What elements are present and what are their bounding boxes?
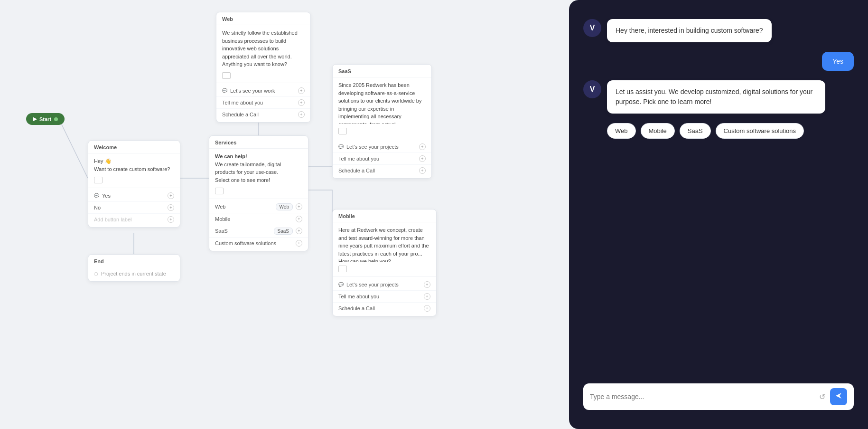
services-option-custom[interactable]: Custom software solutions + <box>209 238 308 249</box>
web-work-label: Let's see your work <box>230 88 275 94</box>
saas-option-projects[interactable]: 💬 Let's see your projects + <box>333 141 431 153</box>
web-call-add[interactable]: + <box>298 111 305 118</box>
services-saas-label: SaaS <box>215 228 228 234</box>
chat-messages: V Hey there, interested in building cust… <box>583 19 854 374</box>
mobile-call-add[interactable]: + <box>424 305 430 312</box>
services-option-saas[interactable]: SaaS SaaS + <box>209 225 308 238</box>
chat-text-1: Hey there, interested in building custom… <box>616 27 763 34</box>
saas-projects-add[interactable]: + <box>419 143 426 150</box>
end-title: End <box>88 255 180 267</box>
welcome-option-add[interactable]: Add button label + <box>88 214 180 225</box>
welcome-title: Welcome <box>88 141 180 153</box>
option-add-btn[interactable]: + <box>168 216 174 223</box>
services-mobile-add[interactable]: + <box>296 216 302 222</box>
saas-call-add[interactable]: + <box>419 167 426 174</box>
saas-body: Since 2005 Redwerk has been developing s… <box>333 77 431 139</box>
services-custom-add[interactable]: + <box>296 240 302 247</box>
chat-refresh-button[interactable]: ↺ <box>819 392 825 401</box>
option-web-btn[interactable]: Web <box>607 123 636 139</box>
mobile-image-icon <box>338 266 347 272</box>
web-call-label: Schedule a Call <box>222 112 259 117</box>
start-label: Start <box>39 116 51 122</box>
refresh-icon: ↺ <box>819 393 825 401</box>
saas-node: SaaS Since 2005 Redwerk has been develop… <box>332 64 432 179</box>
services-option-web[interactable]: Web Web + <box>209 201 308 213</box>
mobile-body: Here at Redwerk we concept, create and t… <box>333 222 436 276</box>
welcome-greeting: Hey 👋 <box>94 157 174 165</box>
start-node: ▶ Start <box>26 113 65 125</box>
yes-label: Yes <box>832 57 843 65</box>
mobile-option-projects[interactable]: 💬 Let's see your projects + <box>333 279 436 291</box>
option-yes-label: Yes <box>102 193 111 199</box>
chat-options: Web Mobile SaaS Custom software solution… <box>607 123 825 139</box>
saas-about-add[interactable]: + <box>419 155 426 162</box>
main-container: ▶ Start Welcome Hey 👋 Want to create cus… <box>0 0 868 429</box>
saas-projects-icon: 💬 <box>338 144 344 149</box>
end-node: End ⬡ Project ends in current state <box>88 254 180 282</box>
web-option-about[interactable]: Tell me about you + <box>216 97 310 109</box>
services-web-label: Web <box>215 204 225 210</box>
mobile-projects-label: Let's see your projects <box>346 282 399 287</box>
services-body2: We create tailormade, digital products f… <box>215 161 302 176</box>
start-dot <box>54 117 58 121</box>
avatar-letter-2: V <box>590 85 595 94</box>
services-options: Web Web + Mobile + SaaS <box>209 199 308 251</box>
services-saas-add[interactable]: + <box>296 228 302 234</box>
welcome-subtitle: Want to create custom software? <box>94 165 174 173</box>
mobile-node: Mobile Here at Redwerk we concept, creat… <box>332 209 437 316</box>
end-icon: ⬡ <box>94 271 98 276</box>
web-about-add[interactable]: + <box>298 99 305 106</box>
option-no-add[interactable]: + <box>168 204 174 211</box>
end-body-text: Project ends in current state <box>101 271 166 276</box>
web-option-call[interactable]: Schedule a Call + <box>216 109 310 120</box>
services-web-add[interactable]: + <box>296 203 302 210</box>
mobile-options: 💬 Let's see your projects + Tell me abou… <box>333 276 436 316</box>
chat-input-area: ↺ <box>583 383 854 410</box>
saas-about-label: Tell me about you <box>338 156 379 162</box>
chat-input-field[interactable] <box>590 393 814 400</box>
web-options: 💬 Let's see your work + Tell me about yo… <box>216 83 310 122</box>
welcome-option-yes[interactable]: 💬 Yes + <box>88 190 180 202</box>
chat-bubble-1: Hey there, interested in building custom… <box>607 19 772 42</box>
chat-send-button[interactable] <box>830 388 847 405</box>
services-option-mobile[interactable]: Mobile + <box>209 213 308 225</box>
chat-bubble-2: Let us assist you. We develop customized… <box>607 80 825 114</box>
mobile-option-about[interactable]: Tell me about you + <box>333 291 436 303</box>
web-about-label: Tell me about you <box>222 100 263 105</box>
web-body: We strictly follow the established busin… <box>216 25 310 83</box>
welcome-option-no[interactable]: No + <box>88 202 180 214</box>
mobile-body-text: Here at Redwerk we concept, create and t… <box>338 226 430 262</box>
saas-option-about[interactable]: Tell me about you + <box>333 153 431 165</box>
web-option-work[interactable]: 💬 Let's see your work + <box>216 85 310 97</box>
web-work-add[interactable]: + <box>298 87 305 94</box>
mobile-about-label: Tell me about you <box>338 294 379 299</box>
services-image-icon <box>215 188 224 194</box>
option-custom-btn[interactable]: Custom software solutions <box>716 123 804 139</box>
web-title: Web <box>216 12 310 25</box>
saas-option-call[interactable]: Schedule a Call + <box>333 165 431 176</box>
mobile-call-label: Schedule a Call <box>338 305 375 311</box>
services-mobile-label: Mobile <box>215 216 230 222</box>
mobile-about-add[interactable]: + <box>424 293 430 300</box>
saas-body-text: Since 2005 Redwerk has been developing s… <box>338 81 426 124</box>
services-body: We can help! We create tailormade, digit… <box>209 149 308 199</box>
send-icon <box>835 392 842 401</box>
option-saas-btn[interactable]: SaaS <box>680 123 711 139</box>
services-body1: We can help! <box>215 153 302 161</box>
option-mobile-btn[interactable]: Mobile <box>641 123 675 139</box>
chat-bubble-yes[interactable]: Yes <box>822 52 854 71</box>
option-yes-add[interactable]: + <box>168 192 174 199</box>
mobile-option-call[interactable]: Schedule a Call + <box>333 303 436 314</box>
web-tag: Web <box>276 203 293 210</box>
option-yes-icon: 💬 <box>94 193 99 198</box>
saas-tag: SaaS <box>274 228 293 235</box>
welcome-node: Welcome Hey 👋 Want to create custom soft… <box>88 140 180 228</box>
mobile-projects-add[interactable]: + <box>424 281 430 288</box>
chat-message-1: V Hey there, interested in building cust… <box>583 19 854 42</box>
mobile-title: Mobile <box>333 210 436 222</box>
chat-panel: V Hey there, interested in building cust… <box>569 0 868 429</box>
option-no-label: No <box>94 205 101 210</box>
saas-image-icon <box>338 128 347 134</box>
chat-avatar-1: V <box>583 19 601 37</box>
welcome-options: 💬 Yes + No + Add button label + <box>88 188 180 227</box>
